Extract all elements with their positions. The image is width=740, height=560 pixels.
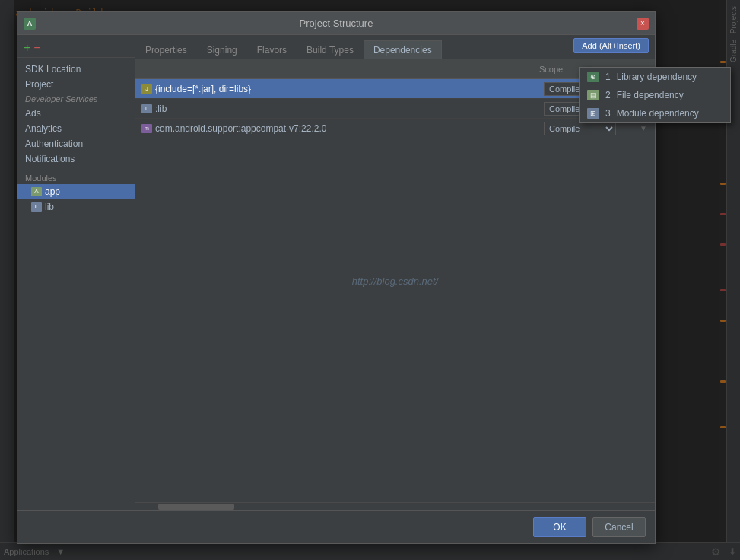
dependency-row-1[interactable]: J {include=[*.jar], dir=libs} Compile Pr… xyxy=(135,79,655,99)
app-module-icon: A xyxy=(31,187,42,196)
tab-signing[interactable]: Signing xyxy=(197,40,247,59)
dropdown-item-file[interactable]: ▤ 2 File dependency xyxy=(580,86,730,104)
deps-table-header: Scope xyxy=(135,59,655,79)
add-module-button[interactable]: + xyxy=(24,42,30,54)
tab-bar: Properties Signing Flavors Build Types D… xyxy=(135,35,655,59)
watermark-text: http://blog.csdn.net/ xyxy=(352,275,438,287)
dep-icon-jar-1: J xyxy=(141,84,152,94)
dialog-sidebar: + − SDK Location Project Developer Servi… xyxy=(17,35,135,510)
dep-name-1: J {include=[*.jar], dir=libs} xyxy=(135,84,541,94)
dependency-row-3[interactable]: m com.android.support:appcompat-v7:22.2.… xyxy=(135,119,655,138)
sidebar-section-developer-services[interactable]: Developer Services xyxy=(17,92,135,106)
sidebar-item-analytics[interactable]: Analytics xyxy=(17,121,135,136)
main-area: Properties Signing Flavors Build Types D… xyxy=(135,35,655,510)
deps-horizontal-scrollbar[interactable] xyxy=(135,502,655,510)
dialog-title: Project Structure xyxy=(36,18,637,29)
lib-module-icon: L xyxy=(31,202,42,212)
sidebar-item-authentication[interactable]: Authentication xyxy=(17,136,135,151)
dropdown-item-module[interactable]: ⊞ 3 Module dependency xyxy=(580,104,730,123)
dropdown-item-file-label: File dependency xyxy=(617,90,684,100)
module-dep-icon: ⊞ xyxy=(587,108,599,119)
dep-label-3: com.android.support:appcompat-v7:22.2.0 xyxy=(155,123,326,134)
dialog-content: + − SDK Location Project Developer Servi… xyxy=(17,35,655,510)
file-dep-icon: ▤ xyxy=(587,90,599,100)
tab-build-types[interactable]: Build Types xyxy=(297,40,364,59)
sidebar-module-app[interactable]: A app xyxy=(17,184,135,199)
cancel-button[interactable]: Cancel xyxy=(592,517,646,537)
dialog-bottom: OK Cancel xyxy=(17,510,655,543)
dropdown-item-file-number: 2 xyxy=(605,90,611,100)
sidebar-item-notifications[interactable]: Notifications xyxy=(17,151,135,167)
modules-header: Modules xyxy=(17,170,135,184)
sidebar-item-sdk-location[interactable]: SDK Location xyxy=(17,62,135,77)
dep-label-1: {include=[*.jar], dir=libs} xyxy=(155,84,251,94)
sidebar-module-lib[interactable]: L lib xyxy=(17,199,135,215)
tab-properties[interactable]: Properties xyxy=(135,40,197,59)
dropdown-item-module-label: Module dependency xyxy=(617,108,699,119)
add-dependency-button[interactable]: Add (Alt+Insert) xyxy=(573,38,649,53)
tab-dependencies[interactable]: Dependencies xyxy=(364,40,442,59)
dep-icon-m-3: m xyxy=(141,124,152,133)
dialog-titlebar: A Project Structure × xyxy=(17,12,655,35)
dep-label-2: :lib xyxy=(155,103,167,114)
dropdown-item-library-label: Library dependency xyxy=(617,72,697,82)
add-btn-container: Add (Alt+Insert) xyxy=(573,38,649,53)
add-dependency-dropdown: ⊕ 1 Library dependency ▤ 2 File dependen… xyxy=(579,67,731,123)
dep-icon-lib-2: L xyxy=(141,104,152,113)
dependency-row-2[interactable]: L :lib Compile Provided ▼ xyxy=(135,99,655,119)
dialog-close-button[interactable]: × xyxy=(637,18,649,30)
lib-module-label: lib xyxy=(45,202,54,212)
library-dep-icon: ⊕ xyxy=(587,72,599,82)
dep-scope-select-3[interactable]: Compile Provided xyxy=(544,122,616,135)
dependencies-content: Scope J {include=[*.jar], dir=libs} Comp… xyxy=(135,59,655,502)
ok-button[interactable]: OK xyxy=(533,517,586,537)
sidebar-actions: + − xyxy=(17,39,135,58)
dep-scope-3: Compile Provided xyxy=(541,122,640,135)
app-module-label: app xyxy=(45,186,60,197)
tab-flavors[interactable]: Flavors xyxy=(247,40,297,59)
sidebar-item-project[interactable]: Project xyxy=(17,77,135,92)
remove-module-button[interactable]: − xyxy=(33,42,40,54)
sidebar-item-ads[interactable]: Ads xyxy=(17,106,135,121)
dropdown-item-library-number: 1 xyxy=(605,72,611,82)
dep-name-3: m com.android.support:appcompat-v7:22.2.… xyxy=(135,123,541,134)
dropdown-item-library[interactable]: ⊕ 1 Library dependency xyxy=(580,68,730,86)
project-structure-dialog: A Project Structure × + − SDK Location P… xyxy=(17,11,656,544)
dep-arrow-3: ▼ xyxy=(640,124,655,132)
dialog-app-icon: A xyxy=(24,18,36,30)
scrollbar-thumb[interactable] xyxy=(158,504,234,510)
dropdown-item-module-number: 3 xyxy=(605,108,611,119)
dep-name-2: L :lib xyxy=(135,103,541,114)
